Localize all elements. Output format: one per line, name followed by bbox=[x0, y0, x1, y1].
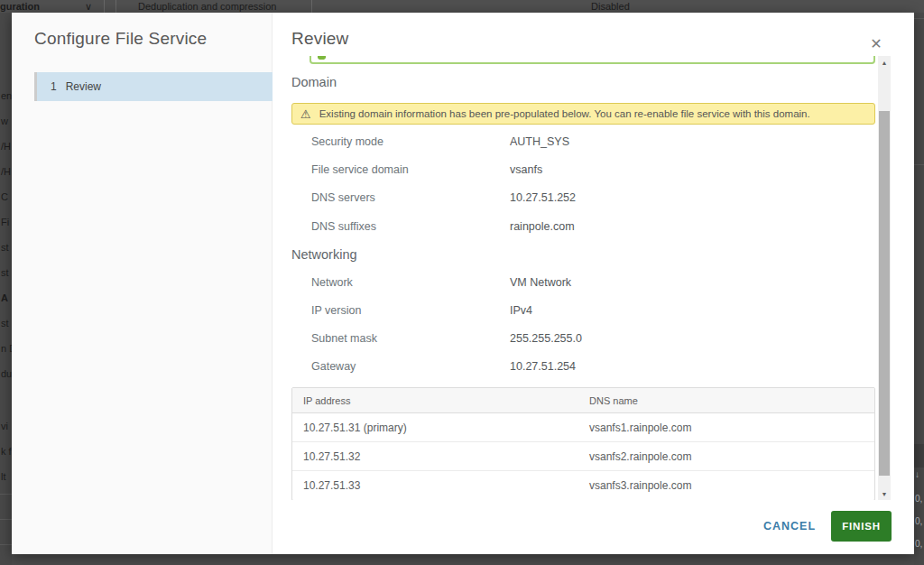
review-scroll-area: Domain ⚠ Existing domain information has… bbox=[273, 56, 878, 500]
bg-text-fragment: guration bbox=[0, 1, 40, 12]
bg-text-fragment: st bbox=[1, 318, 9, 329]
bg-table-header-band bbox=[914, 444, 924, 468]
bg-text-fragment: 0, bbox=[915, 494, 922, 504]
background-page-top-row: guration ∨ Deduplication and compression… bbox=[0, 0, 924, 13]
field-file-service-domain: File service domain vsanfs bbox=[311, 163, 871, 179]
success-alert-partial bbox=[310, 56, 875, 64]
scroll-down-icon[interactable]: ▼ bbox=[878, 487, 891, 500]
ip-dns-table: IP address DNS name 10.27.51.31 (primary… bbox=[291, 387, 875, 500]
table-header-row: IP address DNS name bbox=[292, 388, 874, 413]
field-value: 255.255.255.0 bbox=[510, 332, 582, 345]
bg-row-divider bbox=[0, 494, 12, 495]
table-row: 10.27.51.33 vsanfs3.rainpole.com bbox=[292, 471, 874, 500]
cell-ip: 10.27.51.33 bbox=[292, 479, 578, 492]
step-label: Review bbox=[66, 80, 101, 93]
column-header-ip: IP address bbox=[292, 395, 578, 406]
warning-icon: ⚠ bbox=[300, 108, 311, 120]
cell-ip: 10.27.51.32 bbox=[292, 450, 578, 463]
bg-text-fragment: /H bbox=[1, 141, 11, 152]
bg-text-dedup: Deduplication and compression bbox=[138, 1, 276, 12]
wizard-step-panel: Configure File Service 1 Review bbox=[12, 13, 273, 554]
bg-text-fragment: 0, bbox=[915, 516, 922, 526]
scroll-up-icon[interactable]: ▲ bbox=[878, 56, 891, 69]
section-header-domain: Domain bbox=[291, 75, 337, 89]
bg-text-fragment: lt bbox=[1, 471, 6, 482]
bg-text-fragment: vi bbox=[1, 421, 8, 431]
field-value: 10.27.51.254 bbox=[510, 360, 576, 373]
dialog-title: Configure File Service bbox=[34, 28, 207, 49]
page-title: Review bbox=[291, 28, 349, 49]
bg-text-fragment: st bbox=[1, 267, 9, 278]
warning-banner: ⚠ Existing domain information has been p… bbox=[291, 103, 875, 125]
field-value: rainpole.com bbox=[510, 220, 575, 233]
field-value: AUTH_SYS bbox=[510, 135, 569, 148]
field-label: DNS suffixes bbox=[311, 220, 376, 233]
field-label: File service domain bbox=[311, 163, 409, 176]
cell-dns: vsanfs3.rainpole.com bbox=[578, 479, 865, 492]
bg-text-fragment: 0, bbox=[915, 539, 922, 549]
table-row: 10.27.51.31 (primary) vsanfs1.rainpole.c… bbox=[292, 413, 874, 442]
field-ip-version: IP version IPv4 bbox=[311, 304, 871, 320]
bg-text-fragment: k f bbox=[1, 446, 12, 457]
section-header-networking: Networking bbox=[291, 247, 357, 262]
field-value: IPv4 bbox=[510, 304, 532, 317]
bg-row-divider bbox=[0, 544, 12, 545]
bg-divider bbox=[104, 0, 105, 13]
background-left-strip: en w /H /H C Fi st st A st n D du vi k f… bbox=[0, 13, 12, 565]
chevron-down-icon: ∨ bbox=[85, 1, 92, 13]
bg-row-divider bbox=[0, 519, 12, 520]
bg-text-fragment: en bbox=[1, 90, 12, 101]
bg-text-fragment: /H bbox=[1, 166, 11, 177]
field-security-mode: Security mode AUTH_SYS bbox=[311, 135, 871, 151]
field-label: IP version bbox=[311, 304, 361, 317]
bg-divider bbox=[116, 0, 116, 13]
wizard-step-review[interactable]: 1 Review bbox=[37, 72, 273, 101]
field-label: Gateway bbox=[311, 360, 356, 373]
field-label: Network bbox=[311, 276, 353, 289]
vertical-scrollbar[interactable]: ▲ ▼ bbox=[878, 56, 891, 500]
configure-file-service-dialog: Configure File Service 1 Review Review ✕… bbox=[12, 13, 914, 554]
cell-dns: vsanfs1.rainpole.com bbox=[578, 421, 865, 434]
warning-message: Existing domain information has been pre… bbox=[319, 108, 810, 119]
finish-button[interactable]: FINISH bbox=[831, 511, 892, 542]
table-row: 10.27.51.32 vsanfs2.rainpole.com bbox=[292, 442, 874, 471]
field-dns-suffixes: DNS suffixes rainpole.com bbox=[311, 220, 871, 236]
step-number: 1 bbox=[51, 80, 57, 93]
field-label: Subnet mask bbox=[311, 332, 377, 345]
field-gateway: Gateway 10.27.51.254 bbox=[311, 360, 871, 375]
field-label: DNS servers bbox=[311, 191, 375, 204]
bg-text-fragment: n D bbox=[1, 343, 12, 354]
success-check-icon bbox=[318, 56, 326, 60]
scrollbar-thumb[interactable] bbox=[879, 111, 890, 476]
bg-text-status: Disabled bbox=[591, 1, 630, 12]
field-value: 10.27.51.252 bbox=[510, 191, 576, 204]
column-header-dns: DNS name bbox=[578, 395, 865, 406]
field-network: Network VM Network bbox=[311, 276, 871, 292]
bg-row-divider bbox=[914, 18, 924, 19]
cancel-button[interactable]: CANCEL bbox=[753, 518, 826, 534]
background-right-strip: ↓ 0, 0, 0, bbox=[914, 13, 924, 565]
bg-text-fragment: st bbox=[1, 242, 9, 253]
close-icon[interactable]: ✕ bbox=[865, 32, 887, 54]
field-dns-servers: DNS servers 10.27.51.252 bbox=[311, 191, 871, 207]
bg-text-fragment: C bbox=[1, 191, 8, 202]
field-value: VM Network bbox=[510, 276, 571, 289]
field-value: vsanfs bbox=[510, 163, 542, 176]
field-label: Security mode bbox=[311, 135, 383, 148]
bg-text-fragment: A bbox=[1, 292, 8, 303]
cell-dns: vsanfs2.rainpole.com bbox=[578, 450, 865, 463]
cell-ip: 10.27.51.31 (primary) bbox=[292, 421, 578, 434]
bg-text-fragment: w bbox=[1, 116, 8, 126]
arrow-down-icon: ↓ bbox=[915, 469, 919, 479]
bg-divider bbox=[311, 0, 312, 13]
bg-text-fragment: Fi bbox=[1, 217, 9, 227]
bg-text-fragment: du bbox=[1, 368, 12, 379]
field-subnet-mask: Subnet mask 255.255.255.0 bbox=[311, 332, 871, 347]
bg-row-divider bbox=[914, 164, 924, 165]
